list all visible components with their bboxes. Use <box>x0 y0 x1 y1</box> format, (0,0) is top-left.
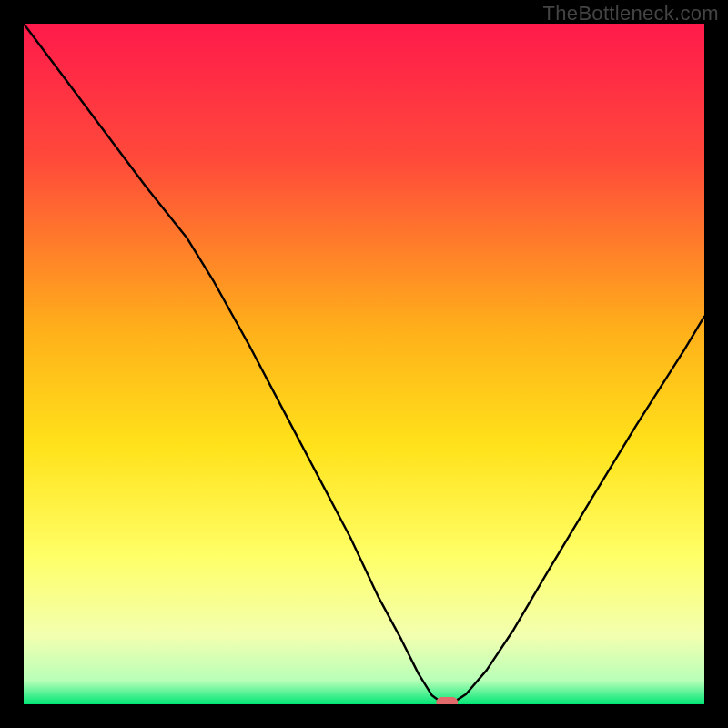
optimal-point-marker <box>436 697 458 704</box>
bottleneck-chart-svg <box>24 24 704 704</box>
watermark-text: TheBottleneck.com <box>543 2 719 25</box>
gradient-background <box>24 24 704 704</box>
chart-frame: TheBottleneck.com <box>0 0 728 728</box>
plot-area <box>24 24 704 704</box>
